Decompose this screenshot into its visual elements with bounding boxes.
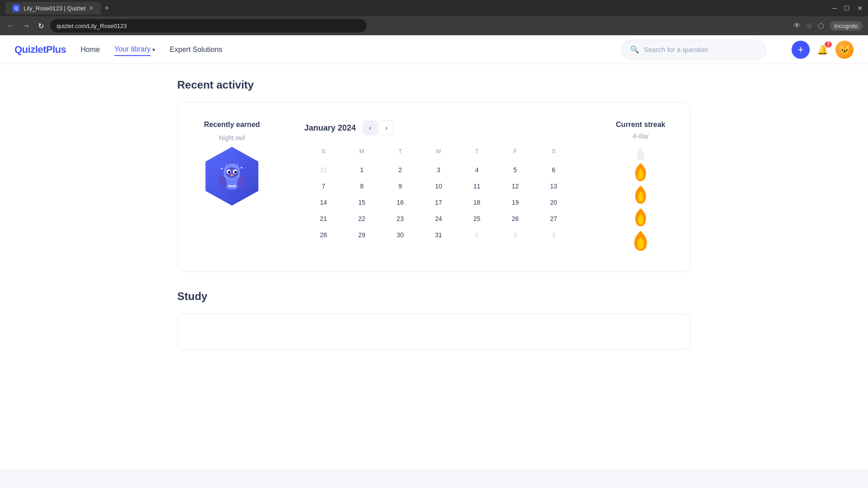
cal-date: 3	[420, 162, 458, 178]
url-text: quizlet.com/Lily_Rose0123	[57, 23, 127, 29]
quizlet-logo[interactable]: QuizletPlus	[14, 44, 66, 56]
cal-date: 2	[381, 162, 420, 178]
calendar-weeks: 31 1 2 3 4 5 6 7 8 9	[304, 162, 573, 243]
cal-date: 30	[381, 227, 420, 243]
minimize-button[interactable]: ─	[832, 5, 837, 12]
nav-your-library[interactable]: Your library	[114, 43, 151, 56]
browser-tab[interactable]: Q Lily_Rose0123 | Quizlet ✕	[5, 2, 101, 14]
calendar-grid: S M T W T F S 31 1 2 3	[304, 144, 573, 243]
cal-date: 10	[420, 178, 458, 194]
calendar-week-2: 7 8 9 10 11 12 13	[304, 178, 573, 194]
maximize-button[interactable]: ☐	[844, 5, 850, 12]
flame-icon	[633, 162, 648, 182]
user-avatar[interactable]: 🐱	[835, 41, 854, 59]
svg-marker-2	[225, 163, 228, 166]
cal-date: 8	[343, 178, 381, 194]
study-section: Study	[177, 290, 691, 350]
nav-home[interactable]: Home	[80, 44, 100, 56]
badge-name: Night owl	[219, 134, 245, 141]
cal-date: 25	[458, 211, 496, 227]
cal-date: 17	[420, 194, 458, 211]
close-window-button[interactable]: ✕	[857, 5, 863, 12]
cal-date: 16	[381, 194, 420, 211]
cal-date: 1	[343, 162, 381, 178]
nav-expert-solutions[interactable]: Expert Solutions	[170, 44, 222, 56]
svg-text:✦: ✦	[220, 167, 223, 171]
quizlet-favicon: Q	[13, 5, 20, 12]
svg-point-16	[231, 185, 233, 187]
study-section-title: Study	[177, 290, 691, 303]
study-card	[177, 314, 691, 350]
calendar-week-1: 31 1 2 3 4 5 6	[304, 162, 573, 178]
forward-button[interactable]: →	[21, 20, 32, 32]
cal-date: 4	[458, 162, 496, 178]
badge-hexagon: ✦ ✦	[203, 147, 261, 206]
search-bar[interactable]: 🔍	[622, 40, 766, 60]
cal-date: 14	[304, 194, 343, 211]
window-controls: ─ ☐ ✕	[832, 5, 863, 12]
calendar-prev-button[interactable]: ‹	[363, 121, 377, 135]
notifications-button[interactable]: 🔔 7	[817, 44, 828, 55]
cal-date: 6	[534, 162, 573, 178]
close-tab-button[interactable]: ✕	[89, 5, 94, 11]
cal-date: 24	[420, 211, 458, 227]
calendar-week-5: 28 29 30 31 1 2 3	[304, 227, 573, 243]
flame-icon-large	[632, 230, 649, 252]
calendar-header: January 2024 ‹ ›	[304, 121, 573, 135]
streak-flame-3	[633, 207, 648, 229]
activity-card: Recently earned Night owl	[177, 102, 691, 272]
cal-date: 26	[496, 211, 534, 227]
calendar-week-4: 21 22 23 24 25 26 27	[304, 211, 573, 227]
cal-date: 12	[496, 178, 534, 194]
cal-date: 11	[458, 178, 496, 194]
streak-section: Current streak 4-day	[609, 121, 672, 253]
page-content: Recent activity Recently earned Night ow…	[163, 64, 705, 364]
day-label-fri: F	[496, 144, 534, 158]
calendar-next-button[interactable]: ›	[379, 121, 394, 135]
star-icon[interactable]: ☆	[806, 22, 812, 30]
calendar-navigation: ‹ ›	[363, 121, 394, 135]
browser-titlebar: Q Lily_Rose0123 | Quizlet ✕ + ─ ☐ ✕	[0, 0, 868, 16]
streak-title: Current streak	[616, 121, 665, 129]
cal-date: 13	[534, 178, 573, 194]
search-icon: 🔍	[630, 45, 639, 54]
cal-date: 15	[343, 194, 381, 211]
cal-date: 29	[343, 227, 381, 243]
search-input[interactable]	[644, 46, 752, 53]
cal-date: 2	[496, 227, 534, 243]
svg-point-8	[234, 171, 237, 174]
add-button[interactable]: +	[792, 41, 810, 59]
streak-flame-1	[633, 162, 648, 184]
calendar-week-3: 14 15 16 17 18 19 20	[304, 194, 573, 211]
cal-date: 28	[304, 227, 343, 243]
day-label-mon: M	[343, 144, 381, 158]
svg-text:✦: ✦	[240, 166, 243, 170]
cal-date: 7	[304, 178, 343, 194]
cal-date: 3	[534, 227, 573, 243]
nav-actions: + 🔔 7 🐱	[792, 41, 854, 59]
calendar-days-header: S M T W T F S	[304, 144, 573, 158]
flame-icon	[633, 185, 648, 205]
cal-date: 22	[343, 211, 381, 227]
cal-date: 18	[458, 194, 496, 211]
calendar-month: January 2024	[304, 123, 356, 133]
day-label-sat: S	[534, 144, 573, 158]
streak-flame-4	[632, 230, 649, 253]
extension-icon[interactable]: ⬡	[818, 22, 824, 30]
new-tab-button[interactable]: +	[104, 4, 109, 13]
address-bar[interactable]: quizlet.com/Lily_Rose0123	[50, 19, 367, 33]
streak-flames	[632, 147, 649, 253]
recent-activity-title: Recent activity	[177, 79, 691, 91]
owl-badge: ✦ ✦	[203, 147, 261, 206]
cal-date: 20	[534, 194, 573, 211]
chevron-down-icon: ▾	[152, 47, 155, 53]
your-library-nav[interactable]: Your library ▾	[114, 43, 155, 56]
cal-date: 5	[496, 162, 534, 178]
flame-icon	[633, 207, 648, 227]
reload-button[interactable]: ↻	[36, 20, 46, 32]
notification-badge: 7	[825, 42, 832, 47]
eye-slash-icon: 👁	[793, 22, 801, 30]
back-button[interactable]: ←	[5, 20, 16, 32]
cal-date: 31	[304, 162, 343, 178]
browser-chrome: Q Lily_Rose0123 | Quizlet ✕ + ─ ☐ ✕ ← → …	[0, 0, 868, 35]
